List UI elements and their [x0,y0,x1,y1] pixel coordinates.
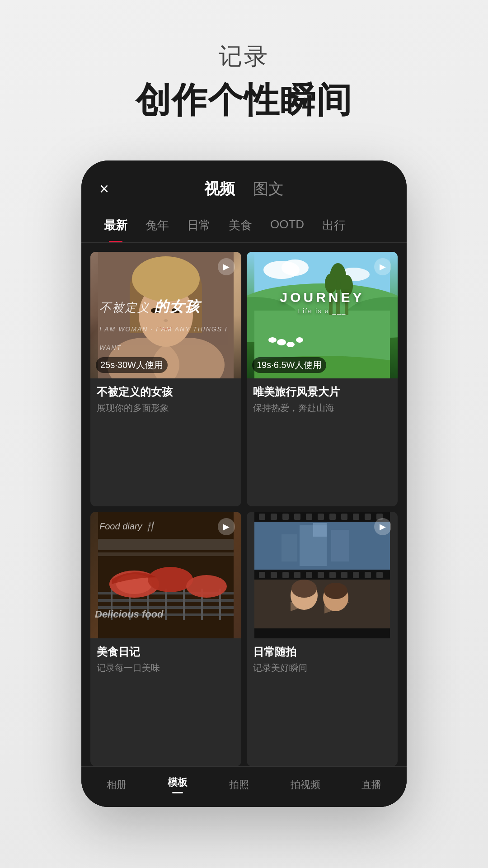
svg-rect-75 [331,530,349,561]
tab-graphic[interactable]: 图文 [253,179,284,199]
category-tabs: 最新 兔年 日常 美食 OOTD 出行 [81,208,407,243]
card-3-title: 美食日记 [97,645,235,659]
svg-rect-64 [294,572,300,578]
svg-rect-50 [259,514,265,520]
svg-rect-58 [353,514,359,520]
nav-photo[interactable]: 拍照 [229,778,249,792]
svg-rect-56 [329,514,336,520]
card-4-desc: 记录美好瞬间 [253,662,391,674]
svg-rect-48 [254,628,390,638]
card-2-thumb: JOURNEY Life is a ___ ▶ 19s·6.5W人使用 [247,252,398,378]
svg-point-81 [324,583,347,599]
svg-rect-63 [282,572,289,578]
top-title: 创作个性瞬间 [136,77,352,124]
svg-rect-53 [294,514,300,520]
tab-video[interactable]: 视频 [204,179,235,199]
nav-template[interactable]: 模板 [168,776,188,793]
close-button[interactable]: × [99,179,109,198]
card-3[interactable]: Food diary 🍴 Delicious food ▶ 美食日记 记录每一口… [90,512,241,766]
svg-point-24 [277,339,286,345]
header-tabs: 视频 图文 [204,179,284,199]
svg-rect-44 [98,539,234,550]
svg-rect-54 [306,514,312,520]
svg-rect-57 [341,514,347,520]
thumb-couple: ▶ [247,512,398,638]
nav-album-label: 相册 [107,778,127,792]
screen-header: × 视频 图文 [81,160,407,208]
svg-rect-51 [271,514,277,520]
phone-mockup: × 视频 图文 最新 兔年 日常 美食 OOTD 出行 [81,160,407,807]
card-4-info: 日常随拍 记录美好瞬间 [247,638,398,681]
content-grid: 不被定义 的女孩 I AM WOMAN · I AM ANY THINGS I … [81,243,407,766]
svg-point-27 [268,337,277,343]
svg-point-79 [291,580,317,598]
food-diary-text: Food diary 🍴 [99,521,156,532]
svg-rect-59 [365,514,371,520]
delicious-text: Delicious food [95,609,164,620]
card-3-thumb: Food diary 🍴 Delicious food ▶ [90,512,241,638]
svg-rect-69 [353,572,359,578]
nav-template-label: 模板 [168,776,188,789]
card-2-desc: 保持热爱，奔赴山海 [253,402,391,414]
card-2-info: 唯美旅行风景大片 保持热爱，奔赴山海 [247,378,398,421]
card-2-title: 唯美旅行风景大片 [253,385,391,399]
svg-rect-71 [376,572,383,578]
play-icon-3: ▶ [218,518,235,535]
bottom-nav: 相册 模板 拍照 拍视频 直播 [81,766,407,807]
journey-overlay: JOURNEY Life is a ___ [280,290,364,315]
nav-video-label: 拍视频 [291,778,320,792]
svg-point-26 [296,337,303,343]
card-4-thumb: ▶ [247,512,398,638]
cat-tab-latest[interactable]: 最新 [95,213,136,242]
card-1-thumb: 不被定义 的女孩 I AM WOMAN · I AM ANY THINGS I … [90,252,241,378]
svg-rect-68 [341,572,347,578]
phone-screen: × 视频 图文 最新 兔年 日常 美食 OOTD 出行 [81,160,407,807]
nav-active-indicator [172,792,183,793]
svg-rect-61 [259,572,265,578]
card-1[interactable]: 不被定义 的女孩 I AM WOMAN · I AM ANY THINGS I … [90,252,241,506]
card-1-title: 不被定义的女孩 [97,385,235,399]
nav-video[interactable]: 拍视频 [291,778,320,792]
play-icon-4: ▶ [374,518,391,535]
girl-overlay-text: 不被定义 的女孩 I AM WOMAN · I AM ANY THINGS I … [99,295,241,356]
cat-tab-daily[interactable]: 日常 [178,213,220,242]
svg-rect-66 [318,572,324,578]
svg-rect-70 [365,572,371,578]
svg-rect-76 [282,534,297,561]
thumb-food: Food diary 🍴 Delicious food ▶ [90,512,241,638]
svg-point-43 [186,575,227,598]
svg-rect-77 [254,580,390,628]
card-3-desc: 记录每一口美味 [97,662,235,674]
svg-point-25 [286,342,295,347]
top-text-block: 记录 创作个性瞬间 [136,41,352,124]
play-icon-2: ▶ [374,258,391,275]
svg-rect-55 [318,514,324,520]
svg-rect-65 [306,572,312,578]
svg-rect-45 [98,552,234,556]
svg-point-42 [148,567,193,592]
duration-badge-1: 25s·30W人使用 [96,357,168,373]
svg-point-12 [282,259,309,276]
svg-rect-62 [271,572,277,578]
cat-tab-food[interactable]: 美食 [220,213,261,242]
nav-live[interactable]: 直播 [361,778,381,792]
card-1-info: 不被定义的女孩 展现你的多面形象 [90,378,241,421]
card-4[interactable]: ▶ 日常随拍 记录美好瞬间 [247,512,398,766]
top-subtitle: 记录 [136,41,352,72]
svg-rect-67 [329,572,336,578]
svg-rect-52 [282,514,289,520]
play-icon-1: ▶ [218,258,235,275]
cat-tab-travel[interactable]: 出行 [313,213,355,242]
cat-tab-ootd[interactable]: OOTD [261,213,313,242]
card-1-desc: 展现你的多面形象 [97,402,235,414]
card-4-title: 日常随拍 [253,645,391,659]
cat-tab-rabbit-year[interactable]: 兔年 [136,213,178,242]
duration-badge-2: 19s·6.5W人使用 [252,357,326,373]
nav-live-label: 直播 [361,778,381,792]
card-3-info: 美食日记 记录每一口美味 [90,638,241,681]
svg-rect-74 [313,523,327,537]
nav-album[interactable]: 相册 [107,778,127,792]
nav-photo-label: 拍照 [229,778,249,792]
card-2[interactable]: JOURNEY Life is a ___ ▶ 19s·6.5W人使用 唯美旅行… [247,252,398,506]
